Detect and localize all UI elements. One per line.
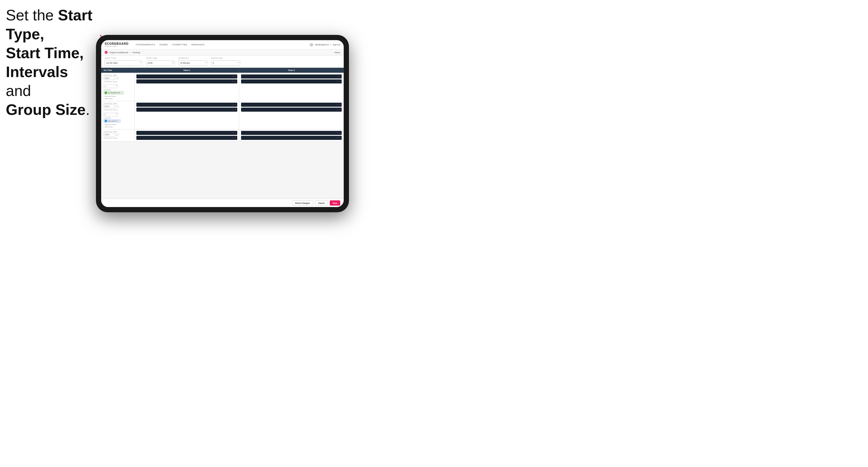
player-slot-4-1: ✎ ✕ — [241, 103, 342, 107]
intervals-label: Intervals — [179, 57, 208, 59]
tee-time-cell-1: STARTING TIME: i STARTING HOLE: 1 10 — [101, 73, 135, 101]
info-icon-1[interactable]: i — [116, 77, 119, 80]
remove-group-link-2[interactable]: ○ Remove Group — [103, 124, 132, 125]
main-content: Tee Time Team 1 Team 2 STARTING TIME: i … — [101, 68, 344, 207]
tee-value-row-3: i — [103, 133, 132, 136]
tablet-screen: SCOREBOARD Powered by clipp'd TOURNAMENT… — [101, 40, 344, 207]
edit-icon-3-2[interactable]: ✎ — [232, 108, 234, 111]
hole-select-wrapper-2: 1 10 ▼ — [103, 111, 118, 116]
edit-icon-1-1[interactable]: ✎ — [232, 75, 234, 77]
remove-player-3-2[interactable]: ✕ — [235, 108, 236, 111]
starting-time-input-1[interactable] — [103, 76, 115, 80]
user-avatar — [310, 43, 313, 46]
starting-hole-select-2[interactable]: 1 10 — [103, 113, 118, 116]
cancel-button[interactable]: Cancel — [315, 200, 328, 206]
remove-player-6-2[interactable]: ✕ — [339, 137, 341, 139]
player-slot-1-1: ✎ ✕ — [136, 74, 237, 79]
group-actions-1: ○ Remove Group + Add Group — [103, 95, 132, 99]
th-team2: Team 2 — [239, 68, 344, 73]
start-type-select[interactable]: 1st Tee Start Shotgun Start — [105, 61, 143, 66]
course-remove-2[interactable]: ✕ — [118, 120, 120, 122]
info-icon-3[interactable]: i — [116, 133, 119, 136]
edit-icon-4-1[interactable]: ✎ — [337, 103, 338, 105]
info-icon-2[interactable]: i — [116, 105, 119, 108]
edit-icon-1-2[interactable]: ✎ — [232, 80, 234, 82]
th-tee-time: Tee Time — [101, 68, 135, 73]
edit-icon-3-1[interactable]: ✎ — [232, 103, 234, 105]
back-link[interactable]: ‹ Back — [334, 51, 340, 54]
nav-right: blair@clipp'd.io | Sign out — [310, 43, 340, 46]
player-slot-6-2: ✎ ✕ — [241, 136, 342, 140]
edit-icon-4-2[interactable]: ✎ — [337, 108, 338, 111]
intervals-select-wrapper: 10 Minutes 5 Minutes 15 Minutes ▼ — [179, 60, 208, 66]
bottom-bar: Reset Changes Cancel Save — [101, 198, 344, 207]
course-label-1: COURSE: — [103, 89, 132, 91]
add-group-link-2[interactable]: + Add Group — [103, 126, 132, 128]
group-size-select[interactable]: 3 2 4 — [211, 61, 240, 66]
start-time-select[interactable]: 10:00 10:10 — [146, 61, 175, 66]
starting-time-label-1: STARTING TIME: — [103, 74, 132, 76]
hosting-status: Hosting — [132, 51, 140, 54]
save-button[interactable]: Save — [330, 200, 340, 206]
nav-item-tournaments[interactable]: TOURNAMENTS — [135, 43, 155, 46]
edit-icon-6-2[interactable]: ✎ — [337, 137, 338, 139]
course-remove-1[interactable]: ✕ — [121, 92, 122, 94]
nav-items: TOURNAMENTS TEAMS COMMITTEE RANKINGS — [135, 43, 305, 46]
team2-cell-1: ✎ ✕ ✎ ✕ — [239, 73, 344, 101]
player-slot-2-2: ✎ ✕ — [241, 80, 342, 84]
controls-bar: Start Type 1st Tee Start Shotgun Start ▼… — [101, 56, 344, 68]
starting-hole-label-3: STARTING HOLE: — [103, 137, 132, 139]
course-tag-2: ⛳ East Lake GC ✕ — [103, 119, 121, 123]
player-slot-1-2: ✎ ✕ — [136, 80, 237, 84]
remove-player-2-1[interactable]: ✕ — [339, 75, 341, 77]
intervals-select[interactable]: 10 Minutes 5 Minutes 15 Minutes — [179, 61, 208, 66]
reset-changes-button[interactable]: Reset Changes — [292, 200, 313, 206]
edit-icon-2-1[interactable]: ✎ — [337, 75, 338, 77]
start-type-select-wrapper: 1st Tee Start Shotgun Start ▼ — [105, 60, 143, 66]
player-slot-2-1: ✎ ✕ — [241, 74, 342, 79]
table-header: Tee Time Team 1 Team 2 — [101, 68, 344, 73]
nav-item-committee[interactable]: COMMITTEE — [172, 43, 187, 46]
remove-player-4-1[interactable]: ✕ — [339, 103, 341, 105]
table-body: STARTING TIME: i STARTING HOLE: 1 10 — [101, 73, 344, 199]
player-slot-3-2: ✎ ✕ — [136, 107, 237, 112]
tee-time-cell-3: STARTING TIME: i STARTING HOLE: — [101, 129, 135, 141]
table-row: STARTING TIME: i STARTING HOLE: ✎ ✕ — [101, 129, 344, 142]
remove-player-4-2[interactable]: ✕ — [339, 108, 341, 111]
starting-hole-row-1: 1 10 ▼ — [103, 83, 132, 88]
remove-player-6-1[interactable]: ✕ — [339, 132, 341, 134]
remove-group-link-1[interactable]: ○ Remove Group — [103, 95, 132, 97]
team1-cell-3: ✎ ✕ ✎ ✕ — [135, 129, 239, 141]
course-icon-1: ⛳ — [105, 92, 107, 94]
group-size-label: Group Size — [211, 57, 240, 59]
hole-select-wrapper-1: 1 10 ▼ — [103, 83, 118, 88]
remove-player-3-1[interactable]: ✕ — [235, 103, 236, 105]
add-group-link-1[interactable]: + Add Group — [103, 98, 132, 99]
pipe-separator: | — [330, 43, 331, 45]
edit-icon-5-2[interactable]: ✎ — [232, 137, 234, 139]
logo-area: SCOREBOARD Powered by clipp'd — [105, 42, 128, 47]
starting-time-input-3[interactable] — [103, 133, 115, 136]
sign-out-link[interactable]: Sign out — [333, 43, 340, 45]
remove-player-5-2[interactable]: ✕ — [235, 137, 236, 139]
nav-item-teams[interactable]: TEAMS — [159, 43, 168, 46]
course-icon-2: ⛳ — [105, 120, 107, 122]
breadcrumb-logo: C — [105, 51, 107, 54]
edit-icon-6-1[interactable]: ✎ — [337, 132, 338, 134]
remove-player-2-2[interactable]: ✕ — [339, 80, 341, 82]
tournament-name: Clipp'd Invitational — [109, 51, 128, 54]
edit-icon-5-1[interactable]: ✎ — [232, 132, 234, 134]
breadcrumb-separator: / — [130, 51, 130, 54]
logo-sub: Powered by clipp'd — [105, 45, 128, 47]
nav-item-rankings[interactable]: RANKINGS — [191, 43, 205, 46]
remove-player-1-1[interactable]: ✕ — [235, 75, 236, 77]
starting-time-input-2[interactable] — [103, 105, 115, 108]
tee-time-cell-2: STARTING TIME: i STARTING HOLE: 1 10 — [101, 101, 135, 129]
starting-hole-select-1[interactable]: 1 10 — [103, 85, 118, 88]
sub-header: C Clipp'd Invitational / Hosting ‹ Back — [101, 50, 344, 56]
starting-hole-row-2: 1 10 ▼ — [103, 111, 132, 116]
remove-player-5-1[interactable]: ✕ — [235, 132, 236, 134]
start-time-label: Start Time — [146, 57, 175, 59]
edit-icon-2-2[interactable]: ✎ — [337, 80, 338, 82]
remove-player-1-2[interactable]: ✕ — [235, 80, 236, 82]
